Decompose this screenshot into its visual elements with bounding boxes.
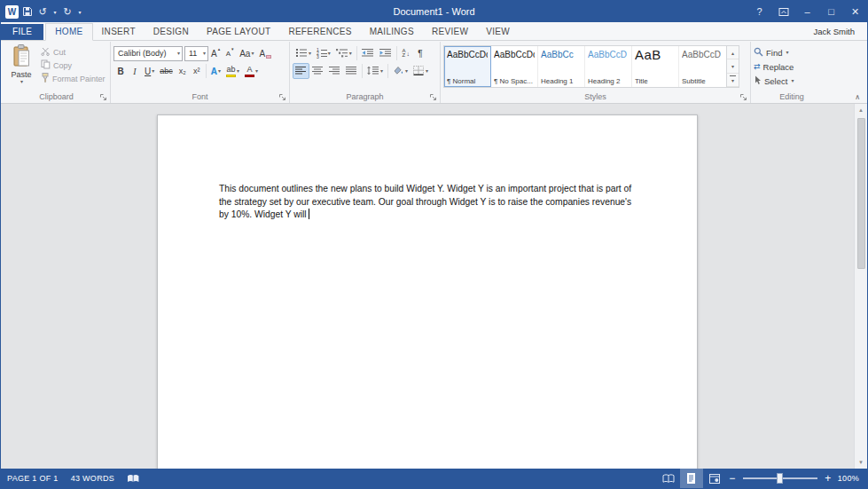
show-hide-formatting-button[interactable]: ¶ <box>413 45 427 61</box>
more-bar <box>730 75 736 76</box>
style-subtitle[interactable]: AaBbCcD Subtitle <box>679 46 726 87</box>
maximize-icon[interactable]: □ <box>819 1 843 22</box>
replace-label: Replace <box>763 62 794 72</box>
justify-button[interactable] <box>343 63 360 79</box>
scrollbar-thumb[interactable] <box>857 118 865 269</box>
underline-button[interactable]: U▾ <box>142 63 157 79</box>
word-app-icon[interactable]: W <box>5 5 19 19</box>
sort-button[interactable]: AZ ↓ <box>399 45 413 61</box>
tab-design[interactable]: DESIGN <box>145 24 198 40</box>
styles-dialog-launcher-icon[interactable] <box>739 92 747 101</box>
clear-formatting-button[interactable]: A <box>256 45 274 61</box>
clipboard-group: Paste ▾ Cut Copy Format Painter <box>3 42 111 103</box>
minimize-icon[interactable]: – <box>795 1 819 22</box>
document-page[interactable]: This document outlines the new plans to … <box>157 114 698 469</box>
font-name-select[interactable]: Calibri (Body) ▾ <box>113 46 183 61</box>
superscript-button[interactable]: x² <box>190 63 204 79</box>
font-color-button[interactable]: A ▾ <box>242 63 261 79</box>
word-count[interactable]: 43 WORDS <box>65 469 121 488</box>
font-size-select[interactable]: 11 ▾ <box>184 46 208 61</box>
multilevel-list-button[interactable]: ▾ <box>333 45 355 61</box>
cut-button[interactable]: Cut <box>39 45 107 59</box>
borders-button[interactable]: ▾ <box>411 63 431 79</box>
paste-icon <box>12 44 31 69</box>
tab-review[interactable]: REVIEW <box>423 24 477 40</box>
gallery-more-icon[interactable]: ▾ <box>727 74 739 87</box>
zoom-slider-thumb[interactable] <box>777 473 783 484</box>
print-layout-icon[interactable] <box>680 469 703 488</box>
text-effects-button[interactable]: A▾ <box>208 63 223 79</box>
shrink-font-button[interactable]: A▾ <box>223 45 237 61</box>
styles-gallery-scroll: ▴ ▾ ▾ <box>726 46 739 87</box>
user-name[interactable]: Jack Smith <box>814 27 867 40</box>
format-painter-button[interactable]: Format Painter <box>39 72 107 85</box>
clipboard-dialog-launcher-icon[interactable] <box>98 92 107 101</box>
style-normal[interactable]: AaBbCcDc ¶ Normal <box>444 46 491 87</box>
highlight-color-button[interactable]: ab ▾ <box>223 63 242 79</box>
shrink-arrow-icon: ▾ <box>231 46 234 51</box>
gallery-up-icon[interactable]: ▴ <box>727 46 739 59</box>
grow-font-button[interactable]: A▴ <box>208 45 223 61</box>
page-indicator[interactable]: PAGE 1 OF 1 <box>1 469 65 488</box>
subscript-button[interactable]: x₂ <box>176 63 190 79</box>
align-center-button[interactable] <box>309 63 326 79</box>
tab-view[interactable]: VIEW <box>477 24 519 40</box>
italic-button[interactable]: I <box>128 63 142 79</box>
tab-insert[interactable]: INSERT <box>93 24 145 40</box>
web-layout-icon[interactable] <box>703 469 726 488</box>
close-icon[interactable]: ✕ <box>843 1 867 22</box>
document-text[interactable]: This document outlines the new plans to … <box>219 183 637 222</box>
help-icon[interactable]: ? <box>747 1 771 22</box>
style-heading-1[interactable]: AaBbCc Heading 1 <box>538 46 585 87</box>
style-no-spacing[interactable]: AaBbCcDc ¶ No Spac... <box>491 46 538 87</box>
zoom-out-button[interactable]: − <box>726 469 739 488</box>
style-name: Title <box>635 77 676 85</box>
paragraph-dialog-launcher-icon[interactable] <box>428 92 437 101</box>
copy-button[interactable]: Copy <box>39 59 107 72</box>
font-dialog-launcher-icon[interactable] <box>278 92 286 101</box>
tab-references[interactable]: REFERENCES <box>279 24 360 40</box>
strikethrough-button[interactable]: abc <box>157 63 176 79</box>
style-heading-2[interactable]: AaBbCcD Heading 2 <box>585 46 632 87</box>
scroll-down-icon[interactable]: ▼ <box>855 456 867 469</box>
gallery-down-icon[interactable]: ▾ <box>727 59 739 73</box>
align-right-button[interactable] <box>326 63 343 79</box>
find-button[interactable]: Find ▾ <box>754 45 789 59</box>
scroll-up-icon[interactable]: ▲ <box>855 104 867 116</box>
tab-file[interactable]: FILE <box>1 24 43 40</box>
undo-dropdown-icon[interactable]: ▾ <box>51 4 59 20</box>
collapse-ribbon-icon[interactable]: ∧ <box>855 93 860 101</box>
ribbon-display-options-icon[interactable] <box>771 1 795 22</box>
zoom-slider[interactable] <box>743 477 817 479</box>
ribbon-spacer <box>833 42 865 103</box>
zoom-in-button[interactable]: + <box>822 469 834 488</box>
undo-icon[interactable]: ↺ <box>36 4 49 20</box>
tab-home[interactable]: HOME <box>45 23 92 41</box>
increase-indent-button[interactable] <box>377 45 395 61</box>
align-left-button[interactable] <box>293 63 309 79</box>
copy-icon <box>41 59 51 71</box>
redo-icon[interactable]: ↻ <box>61 4 74 20</box>
paragraph-text: This document outlines the new plans to … <box>219 184 631 219</box>
numbering-button[interactable]: 123 ▾ <box>314 45 333 61</box>
paste-button[interactable]: Paste ▾ <box>5 43 37 90</box>
decrease-indent-button[interactable] <box>359 45 377 61</box>
bold-button[interactable]: B <box>113 63 128 79</box>
save-icon[interactable] <box>21 4 34 20</box>
tab-page-layout[interactable]: PAGE LAYOUT <box>198 24 279 40</box>
paste-dropdown-icon[interactable]: ▾ <box>20 79 23 84</box>
style-title[interactable]: AaB Title <box>632 46 679 87</box>
zoom-level[interactable]: 100% <box>834 469 867 488</box>
align-center-icon <box>312 66 324 77</box>
tab-mailings[interactable]: MAILINGS <box>361 24 423 40</box>
line-spacing-button[interactable]: ▾ <box>364 63 386 79</box>
select-button[interactable]: Select ▾ <box>754 74 794 88</box>
change-case-button[interactable]: Aa▾ <box>237 45 256 61</box>
read-mode-icon[interactable] <box>657 469 680 488</box>
qat-customize-icon[interactable]: ▾ <box>76 4 83 20</box>
proofing-status-icon[interactable] <box>121 469 146 488</box>
vertical-scrollbar[interactable]: ▲ ▼ <box>854 104 867 469</box>
shading-button[interactable]: ▾ <box>390 63 411 79</box>
replace-button[interactable]: ⇄ Replace <box>754 59 794 74</box>
bullets-button[interactable]: ▾ <box>293 45 314 61</box>
